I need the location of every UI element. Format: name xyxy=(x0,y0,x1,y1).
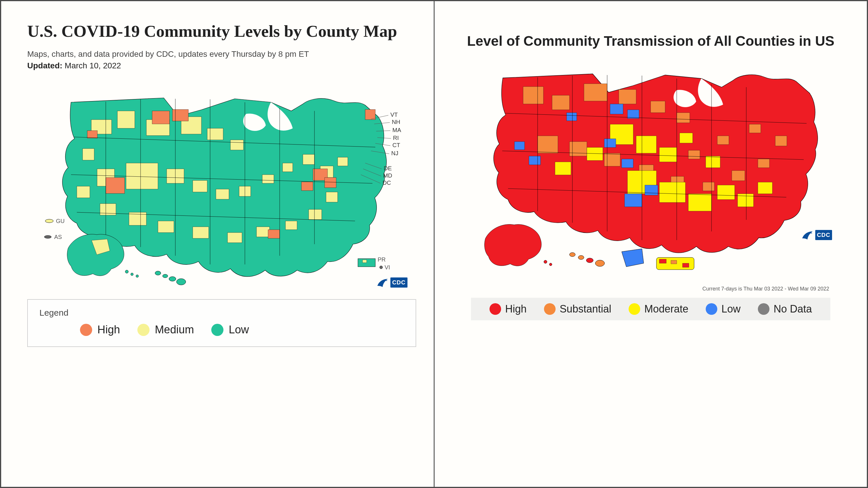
svg-rect-107 xyxy=(758,182,772,194)
svg-point-52 xyxy=(169,276,176,281)
svg-rect-98 xyxy=(688,150,700,159)
svg-point-51 xyxy=(163,274,168,278)
svg-rect-10 xyxy=(216,189,229,199)
svg-rect-20 xyxy=(256,227,270,237)
svg-rect-1 xyxy=(117,111,135,128)
legend-swatch xyxy=(211,324,223,336)
right-alaska xyxy=(485,224,552,266)
right-us-map xyxy=(465,61,836,281)
legend-item-moderate: Moderate xyxy=(629,303,688,315)
legend-label: Substantial xyxy=(560,303,611,315)
legend-swatch xyxy=(490,303,501,315)
svg-rect-135 xyxy=(671,260,677,264)
legend-item-substantial: Substantial xyxy=(544,303,611,315)
svg-rect-13 xyxy=(283,163,293,172)
svg-text:GU: GU xyxy=(56,218,65,224)
svg-rect-28 xyxy=(152,111,169,124)
legend-swatch xyxy=(80,324,92,336)
right-panel: Level of Community Transmission of All C… xyxy=(435,1,867,487)
svg-rect-19 xyxy=(285,221,297,230)
legend-label: High xyxy=(505,303,527,315)
svg-text:VT: VT xyxy=(391,111,398,118)
svg-point-137 xyxy=(569,253,575,257)
right-map-container: CDC xyxy=(455,61,847,281)
hhs-logo-icon xyxy=(801,230,813,240)
svg-text:VI: VI xyxy=(384,264,390,270)
svg-rect-88 xyxy=(569,142,587,156)
svg-rect-36 xyxy=(87,131,97,138)
left-panel: U.S. COVID-19 Community Levels by County… xyxy=(1,1,434,487)
svg-rect-119 xyxy=(515,142,525,150)
left-title: U.S. COVID-19 Community Levels by County… xyxy=(27,22,416,41)
legend-swatch xyxy=(137,324,150,336)
legend-label: High xyxy=(97,324,120,336)
svg-point-140 xyxy=(595,260,604,266)
svg-point-49 xyxy=(136,275,138,278)
legend-item-medium: Medium xyxy=(137,324,194,336)
svg-rect-26 xyxy=(83,149,94,160)
legend-item-high: High xyxy=(490,303,527,315)
legend-title: Legend xyxy=(39,308,404,318)
svg-rect-83 xyxy=(584,84,607,101)
right-cdc-badge: CDC xyxy=(801,230,832,240)
svg-point-132 xyxy=(550,263,552,266)
svg-point-47 xyxy=(125,270,128,273)
svg-text:NH: NH xyxy=(392,119,400,125)
right-title: Level of Community Transmission of All C… xyxy=(455,33,847,49)
cdc-logo-text: CDC xyxy=(391,278,407,288)
svg-rect-95 xyxy=(775,136,787,146)
svg-rect-108 xyxy=(706,156,720,168)
svg-rect-103 xyxy=(659,182,685,202)
legend-item-nodata: No Data xyxy=(758,303,812,315)
legend-swatch xyxy=(544,303,556,315)
svg-rect-16 xyxy=(338,157,348,166)
svg-rect-136 xyxy=(683,263,689,267)
svg-point-50 xyxy=(155,271,161,275)
svg-rect-134 xyxy=(659,259,666,263)
cdc-logo-text: CDC xyxy=(815,230,832,240)
svg-text:CT: CT xyxy=(393,142,400,148)
svg-rect-112 xyxy=(610,104,623,114)
left-legend: Legend High Medium Low xyxy=(27,299,416,347)
svg-rect-30 xyxy=(106,177,125,193)
svg-rect-33 xyxy=(302,182,313,191)
svg-text:AS: AS xyxy=(54,234,62,240)
svg-rect-89 xyxy=(604,153,620,166)
svg-rect-118 xyxy=(529,156,540,165)
svg-rect-23 xyxy=(158,221,174,233)
svg-rect-94 xyxy=(758,159,770,168)
svg-rect-29 xyxy=(173,109,188,121)
svg-rect-97 xyxy=(717,136,729,144)
svg-point-61 xyxy=(380,266,382,269)
svg-rect-111 xyxy=(555,162,571,175)
svg-rect-115 xyxy=(622,159,633,168)
svg-rect-81 xyxy=(523,87,544,104)
left-cdc-badge: CDC xyxy=(376,277,407,288)
svg-rect-32 xyxy=(324,177,336,188)
left-territories: GU AS xyxy=(44,218,65,240)
svg-point-139 xyxy=(586,258,593,263)
svg-rect-100 xyxy=(636,136,656,153)
svg-rect-104 xyxy=(688,194,712,211)
svg-rect-105 xyxy=(717,185,735,199)
left-updated: Updated: March 10, 2022 xyxy=(27,61,416,70)
svg-rect-96 xyxy=(749,124,761,133)
right-caption: Current 7-days is Thu Mar 03 2022 - Wed … xyxy=(455,286,847,292)
svg-rect-14 xyxy=(303,154,314,164)
svg-point-54 xyxy=(45,219,53,223)
left-subtitle: Maps, charts, and data provided by CDC, … xyxy=(27,50,416,59)
legend-item-low: Low xyxy=(211,324,249,336)
legend-swatch xyxy=(629,303,640,315)
svg-rect-82 xyxy=(552,95,569,110)
svg-rect-34 xyxy=(268,230,280,238)
svg-rect-86 xyxy=(677,113,690,123)
svg-rect-59 xyxy=(363,260,367,263)
svg-rect-101 xyxy=(659,148,677,162)
svg-rect-92 xyxy=(703,182,714,191)
svg-rect-114 xyxy=(604,139,616,148)
right-pr xyxy=(656,257,694,270)
svg-text:MD: MD xyxy=(383,172,392,179)
legend-label: Medium xyxy=(155,324,194,336)
svg-rect-120 xyxy=(566,113,577,121)
svg-rect-27 xyxy=(77,186,90,198)
